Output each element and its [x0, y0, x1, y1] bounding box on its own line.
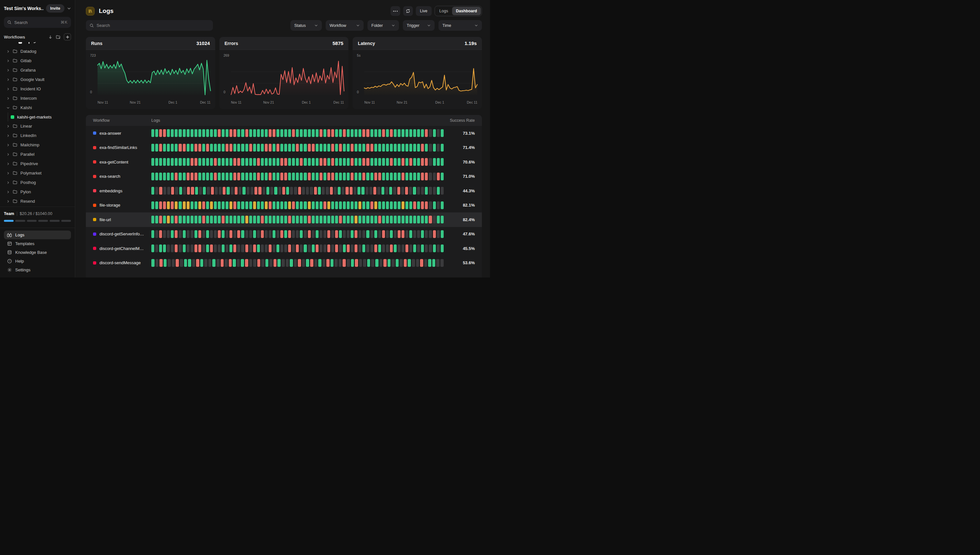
log-bar[interactable] [222, 244, 225, 252]
log-bar[interactable] [288, 216, 291, 223]
log-bar[interactable] [269, 216, 272, 223]
log-bar[interactable] [441, 230, 444, 238]
log-bar[interactable] [354, 187, 356, 195]
log-bar[interactable] [382, 173, 385, 180]
log-bar[interactable] [151, 201, 154, 209]
log-bar[interactable] [212, 259, 216, 267]
log-bar[interactable] [237, 259, 240, 267]
log-bar[interactable] [362, 244, 365, 252]
log-bar[interactable] [202, 201, 205, 209]
log-bar[interactable] [175, 259, 179, 267]
log-bar[interactable] [413, 187, 416, 195]
log-bar[interactable] [315, 129, 319, 137]
log-bar[interactable] [229, 129, 232, 137]
log-bar[interactable] [404, 259, 407, 267]
log-bar[interactable] [241, 230, 244, 238]
chevron-right-icon[interactable] [6, 78, 10, 81]
log-bar[interactable] [304, 129, 307, 137]
log-bar[interactable] [191, 158, 193, 166]
sidebar-folder-resend[interactable]: Resend [4, 197, 71, 205]
log-bar[interactable] [163, 187, 166, 195]
log-bar[interactable] [280, 158, 283, 166]
log-bar[interactable] [370, 230, 373, 238]
log-bar[interactable] [251, 187, 253, 195]
new-folder-icon[interactable] [56, 35, 61, 40]
log-bar[interactable] [296, 244, 299, 252]
log-bar[interactable] [206, 173, 209, 180]
log-bar[interactable] [163, 201, 166, 209]
log-bar[interactable] [428, 259, 431, 267]
log-bar[interactable] [343, 230, 346, 238]
log-bar[interactable] [225, 173, 229, 180]
log-bar[interactable] [406, 144, 408, 152]
log-bar[interactable] [441, 187, 444, 195]
log-bar[interactable] [249, 158, 252, 166]
log-bar[interactable] [323, 158, 326, 166]
log-bar[interactable] [300, 144, 303, 152]
log-bar[interactable] [373, 187, 376, 195]
log-bar[interactable] [315, 244, 319, 252]
sidebar-folder-kalshi[interactable]: Kalshi [4, 103, 71, 112]
log-bar[interactable] [394, 230, 397, 238]
log-bar[interactable] [265, 144, 268, 152]
sidebar-folder-linear[interactable]: Linear [4, 122, 71, 131]
log-bar[interactable] [195, 244, 197, 252]
log-bar[interactable] [282, 187, 285, 195]
log-bar[interactable] [420, 259, 423, 267]
log-bar[interactable] [227, 187, 229, 195]
log-bar[interactable] [393, 187, 396, 195]
log-bar[interactable] [241, 129, 244, 137]
log-bar[interactable] [269, 158, 272, 166]
log-bar[interactable] [394, 158, 397, 166]
workspace-chevron-down-icon[interactable] [67, 6, 71, 10]
log-bar[interactable] [292, 144, 295, 152]
log-bar[interactable] [394, 216, 397, 223]
log-bar[interactable] [359, 173, 361, 180]
log-bar[interactable] [359, 216, 361, 223]
filter-dropdown-workflow[interactable]: Workflow [326, 20, 364, 31]
log-bar[interactable] [347, 173, 350, 180]
log-bar[interactable] [206, 201, 209, 209]
log-bar[interactable] [351, 259, 354, 267]
log-bar[interactable] [302, 259, 305, 267]
log-bar[interactable] [394, 244, 397, 252]
log-bar[interactable] [214, 173, 217, 180]
log-bar[interactable] [331, 201, 334, 209]
log-bar[interactable] [245, 259, 248, 267]
log-bar[interactable] [179, 216, 182, 223]
log-bar[interactable] [272, 158, 275, 166]
log-bar[interactable] [397, 129, 401, 137]
log-bar[interactable] [315, 144, 319, 152]
log-bar[interactable] [327, 144, 330, 152]
log-bar[interactable] [191, 129, 193, 137]
log-bar[interactable] [229, 216, 232, 223]
log-bar[interactable] [386, 216, 389, 223]
live-button[interactable]: Live [416, 6, 432, 16]
log-bar[interactable] [257, 158, 260, 166]
log-bar[interactable] [159, 144, 162, 152]
log-bar[interactable] [257, 259, 261, 267]
log-bar[interactable] [359, 230, 361, 238]
log-bar[interactable] [218, 216, 221, 223]
log-bar[interactable] [179, 129, 182, 137]
log-bar[interactable] [180, 259, 183, 267]
log-bar[interactable] [183, 187, 186, 195]
log-bar[interactable] [417, 158, 420, 166]
log-bar[interactable] [261, 158, 264, 166]
log-bar[interactable] [304, 216, 307, 223]
log-bar[interactable] [272, 230, 275, 238]
log-bar[interactable] [171, 144, 174, 152]
log-bar[interactable] [266, 187, 269, 195]
log-bar[interactable] [437, 144, 440, 152]
log-bar[interactable] [265, 244, 268, 252]
log-bar[interactable] [315, 201, 319, 209]
log-bar[interactable] [406, 244, 408, 252]
log-bar[interactable] [288, 173, 291, 180]
log-bar[interactable] [269, 173, 272, 180]
log-bar[interactable] [366, 158, 369, 166]
log-bar[interactable] [406, 158, 408, 166]
log-bar[interactable] [245, 216, 248, 223]
log-bar[interactable] [274, 187, 277, 195]
log-bar[interactable] [229, 244, 232, 252]
log-bar[interactable] [312, 129, 315, 137]
